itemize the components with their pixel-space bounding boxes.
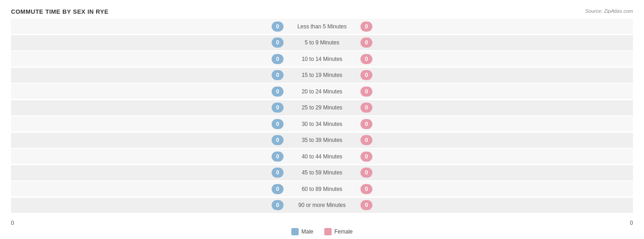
row-label: 5 to 9 Minutes bbox=[285, 39, 359, 46]
bar-right: 0 bbox=[359, 84, 633, 99]
legend-female-box bbox=[324, 228, 332, 235]
bar-left: 0 bbox=[11, 165, 285, 180]
bar-left: 0 bbox=[11, 84, 285, 99]
male-pill: 0 bbox=[272, 38, 284, 48]
chart-row: 0 25 to 29 Minutes 0 bbox=[11, 100, 633, 115]
bar-right: 0 bbox=[359, 149, 633, 164]
chart-row: 0 15 to 19 Minutes 0 bbox=[11, 68, 633, 83]
row-label: 90 or more Minutes bbox=[285, 202, 359, 208]
bar-section: 0 10 to 14 Minutes 0 bbox=[11, 51, 633, 66]
legend: Male Female bbox=[291, 228, 353, 235]
bar-left: 0 bbox=[11, 181, 285, 196]
bar-section: 0 15 to 19 Minutes 0 bbox=[11, 68, 633, 83]
legend-male-label: Male bbox=[301, 228, 313, 235]
bar-section: 0 45 to 59 Minutes 0 bbox=[11, 165, 633, 180]
bar-right: 0 bbox=[359, 198, 633, 213]
female-pill: 0 bbox=[360, 184, 372, 194]
bar-left: 0 bbox=[11, 35, 285, 50]
female-pill: 0 bbox=[360, 200, 372, 210]
legend-male-box bbox=[291, 228, 299, 235]
chart-row: 0 35 to 39 Minutes 0 bbox=[11, 133, 633, 148]
male-pill: 0 bbox=[272, 168, 284, 178]
source-label: Source: ZipAtlas.com bbox=[585, 8, 633, 14]
chart-row: 0 20 to 24 Minutes 0 bbox=[11, 84, 633, 99]
chart-row: 0 5 to 9 Minutes 0 bbox=[11, 35, 633, 50]
male-pill: 0 bbox=[272, 119, 284, 129]
axis-left: 0 bbox=[11, 220, 14, 226]
bar-right: 0 bbox=[359, 51, 633, 66]
female-pill: 0 bbox=[360, 54, 372, 64]
bar-right: 0 bbox=[359, 181, 633, 196]
bar-section: 0 60 to 89 Minutes 0 bbox=[11, 181, 633, 196]
male-pill: 0 bbox=[272, 200, 284, 210]
chart-row: 0 60 to 89 Minutes 0 bbox=[11, 181, 633, 196]
chart-container: COMMUTE TIME BY SEX IN RYE Source: ZipAt… bbox=[0, 0, 644, 239]
female-pill: 0 bbox=[360, 70, 372, 80]
chart-title: COMMUTE TIME BY SEX IN RYE bbox=[11, 8, 633, 15]
female-pill: 0 bbox=[360, 135, 372, 145]
row-label: 40 to 44 Minutes bbox=[285, 153, 359, 160]
bar-left: 0 bbox=[11, 149, 285, 164]
female-pill: 0 bbox=[360, 22, 372, 32]
chart-row: 0 30 to 34 Minutes 0 bbox=[11, 116, 633, 131]
female-pill: 0 bbox=[360, 103, 372, 113]
row-label: 25 to 29 Minutes bbox=[285, 104, 359, 111]
axis-row: 0 0 bbox=[11, 220, 633, 226]
row-label: 20 to 24 Minutes bbox=[285, 88, 359, 95]
male-pill: 0 bbox=[272, 70, 284, 80]
chart-row: 0 45 to 59 Minutes 0 bbox=[11, 165, 633, 180]
bar-right: 0 bbox=[359, 19, 633, 34]
chart-row: 0 10 to 14 Minutes 0 bbox=[11, 51, 633, 66]
chart-area: 0 Less than 5 Minutes 0 0 5 to 9 Minutes… bbox=[11, 19, 633, 213]
bar-right: 0 bbox=[359, 35, 633, 50]
female-pill: 0 bbox=[360, 87, 372, 97]
bar-right: 0 bbox=[359, 165, 633, 180]
bar-section: 0 40 to 44 Minutes 0 bbox=[11, 149, 633, 164]
row-label: 30 to 34 Minutes bbox=[285, 121, 359, 127]
male-pill: 0 bbox=[272, 135, 284, 145]
bar-left: 0 bbox=[11, 19, 285, 34]
bar-left: 0 bbox=[11, 51, 285, 66]
bar-section: 0 25 to 29 Minutes 0 bbox=[11, 100, 633, 115]
row-label: 15 to 19 Minutes bbox=[285, 72, 359, 78]
male-pill: 0 bbox=[272, 87, 284, 97]
female-pill: 0 bbox=[360, 152, 372, 162]
bar-section: 0 30 to 34 Minutes 0 bbox=[11, 116, 633, 131]
male-pill: 0 bbox=[272, 22, 284, 32]
legend-female-label: Female bbox=[334, 228, 353, 235]
bar-left: 0 bbox=[11, 198, 285, 213]
row-label: 45 to 59 Minutes bbox=[285, 169, 359, 176]
row-label: 35 to 39 Minutes bbox=[285, 137, 359, 143]
male-pill: 0 bbox=[272, 184, 284, 194]
bar-section: 0 35 to 39 Minutes 0 bbox=[11, 133, 633, 148]
male-pill: 0 bbox=[272, 54, 284, 64]
bar-section: 0 20 to 24 Minutes 0 bbox=[11, 84, 633, 99]
female-pill: 0 bbox=[360, 119, 372, 129]
female-pill: 0 bbox=[360, 168, 372, 178]
bar-right: 0 bbox=[359, 116, 633, 131]
legend-female: Female bbox=[324, 228, 353, 235]
bar-section: 0 Less than 5 Minutes 0 bbox=[11, 19, 633, 34]
bar-section: 0 5 to 9 Minutes 0 bbox=[11, 35, 633, 50]
chart-row: 0 40 to 44 Minutes 0 bbox=[11, 149, 633, 164]
axis-right: 0 bbox=[630, 220, 633, 226]
bar-left: 0 bbox=[11, 68, 285, 83]
bar-right: 0 bbox=[359, 68, 633, 83]
legend-male: Male bbox=[291, 228, 313, 235]
bar-left: 0 bbox=[11, 100, 285, 115]
row-label: Less than 5 Minutes bbox=[285, 23, 359, 30]
bar-right: 0 bbox=[359, 100, 633, 115]
male-pill: 0 bbox=[272, 152, 284, 162]
row-label: 60 to 89 Minutes bbox=[285, 186, 359, 192]
row-label: 10 to 14 Minutes bbox=[285, 56, 359, 62]
bar-right: 0 bbox=[359, 133, 633, 148]
chart-row: 0 90 or more Minutes 0 bbox=[11, 198, 633, 213]
bar-left: 0 bbox=[11, 116, 285, 131]
bar-left: 0 bbox=[11, 133, 285, 148]
male-pill: 0 bbox=[272, 103, 284, 113]
bar-section: 0 90 or more Minutes 0 bbox=[11, 198, 633, 213]
bottom-area: 0 0 Male Female bbox=[11, 220, 633, 235]
chart-row: 0 Less than 5 Minutes 0 bbox=[11, 19, 633, 34]
female-pill: 0 bbox=[360, 38, 372, 48]
